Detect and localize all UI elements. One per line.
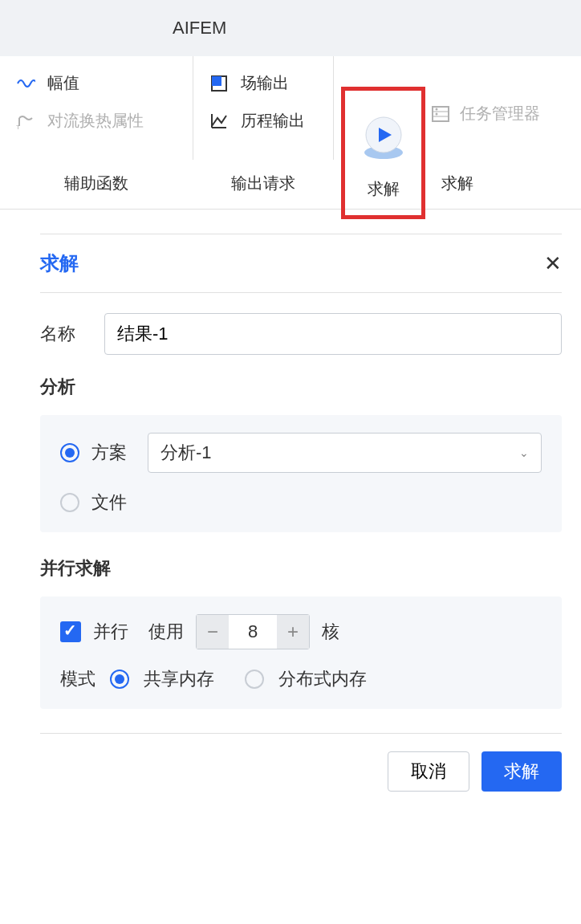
- svg-rect-6: [433, 107, 449, 121]
- solve-play-icon: [360, 114, 408, 162]
- ribbon-convection-label: 对流换热属性: [47, 110, 144, 132]
- parallel-row: 并行 使用 − 8 + 核: [60, 614, 542, 649]
- cores-label: 核: [322, 620, 339, 644]
- ribbon: 幅值 T 对流换热属性 场输出 历程输出 辅助函数 输出请求 求解: [0, 56, 581, 210]
- file-row: 文件: [60, 490, 542, 515]
- task-manager-icon: [431, 104, 450, 124]
- shared-mem-label: 共享内存: [144, 667, 214, 691]
- mode-label: 模式: [60, 667, 95, 691]
- app-header: AIFEM: [0, 0, 581, 56]
- scheme-radio[interactable]: [60, 443, 79, 462]
- analysis-section: 方案 分析-1 ⌄ 文件: [40, 415, 562, 532]
- analysis-section-title: 分析: [40, 375, 562, 399]
- history-output-icon: [209, 112, 229, 131]
- ribbon-history-output-label: 历程输出: [241, 110, 305, 132]
- solve-button-label: 求解: [368, 178, 400, 200]
- close-icon[interactable]: ✕: [544, 251, 562, 276]
- distributed-mem-label: 分布式内存: [278, 667, 367, 691]
- distributed-mem-radio[interactable]: [245, 670, 264, 689]
- ribbon-group-output: 场输出 历程输出: [193, 56, 333, 160]
- chevron-down-icon: ⌄: [519, 446, 529, 459]
- shared-mem-radio[interactable]: [110, 670, 129, 689]
- parallel-label: 并行: [93, 620, 128, 644]
- wave-icon: [16, 74, 35, 93]
- svg-point-10: [436, 112, 438, 115]
- scheme-select[interactable]: 分析-1 ⌄: [148, 433, 542, 473]
- dialog-header: 求解 ✕: [40, 234, 562, 293]
- ribbon-field-output[interactable]: 场输出: [209, 72, 317, 94]
- parallel-section-title: 并行求解: [40, 556, 562, 580]
- cores-increment[interactable]: +: [277, 615, 309, 649]
- scheme-label: 方案: [91, 441, 136, 465]
- dialog-title: 求解: [40, 250, 79, 276]
- ribbon-labels: 辅助函数 输出请求 求解: [0, 160, 581, 209]
- ribbon-amplitude-label: 幅值: [47, 72, 79, 94]
- name-row: 名称: [40, 313, 562, 355]
- app-title: AIFEM: [173, 18, 226, 39]
- solve-submit-button[interactable]: 求解: [481, 751, 562, 792]
- ribbon-group-label-output: 输出请求: [193, 173, 333, 194]
- parallel-section: 并行 使用 − 8 + 核 模式 共享内存 分布式内存: [40, 596, 562, 709]
- cores-value[interactable]: 8: [229, 621, 277, 642]
- cores-decrement[interactable]: −: [197, 615, 229, 649]
- mode-row: 模式 共享内存 分布式内存: [60, 667, 542, 691]
- ribbon-field-output-label: 场输出: [241, 72, 289, 94]
- svg-point-9: [436, 108, 438, 110]
- name-input[interactable]: [104, 313, 562, 355]
- name-label: 名称: [40, 322, 88, 346]
- file-radio[interactable]: [60, 493, 79, 512]
- use-label: 使用: [148, 620, 184, 644]
- svg-rect-2: [212, 76, 221, 86]
- ribbon-amplitude[interactable]: 幅值: [16, 72, 169, 94]
- solve-button-highlight[interactable]: 求解: [341, 87, 425, 219]
- cancel-button[interactable]: 取消: [388, 751, 469, 792]
- scheme-row: 方案 分析-1 ⌄: [60, 433, 542, 473]
- scheme-select-value: 分析-1: [160, 441, 212, 465]
- svg-text:T: T: [16, 124, 20, 131]
- dialog-footer: 取消 求解: [40, 733, 562, 809]
- field-output-icon: [209, 74, 229, 93]
- cores-stepper: − 8 +: [196, 614, 310, 649]
- ribbon-group-label-helpers: 辅助函数: [0, 173, 193, 194]
- convection-icon: T: [16, 112, 35, 131]
- ribbon-convection[interactable]: T 对流换热属性: [16, 110, 169, 132]
- ribbon-history-output[interactable]: 历程输出: [209, 110, 317, 132]
- task-manager-label: 任务管理器: [460, 103, 540, 124]
- parallel-checkbox[interactable]: [60, 621, 81, 642]
- ribbon-task-manager[interactable]: 任务管理器: [431, 103, 540, 124]
- solve-dialog: 求解 ✕ 名称 分析 方案 分析-1 ⌄ 文件 并行求解 并行 使用 −: [40, 234, 562, 809]
- file-label: 文件: [91, 490, 136, 515]
- ribbon-group-helpers: 幅值 T 对流换热属性: [0, 56, 193, 160]
